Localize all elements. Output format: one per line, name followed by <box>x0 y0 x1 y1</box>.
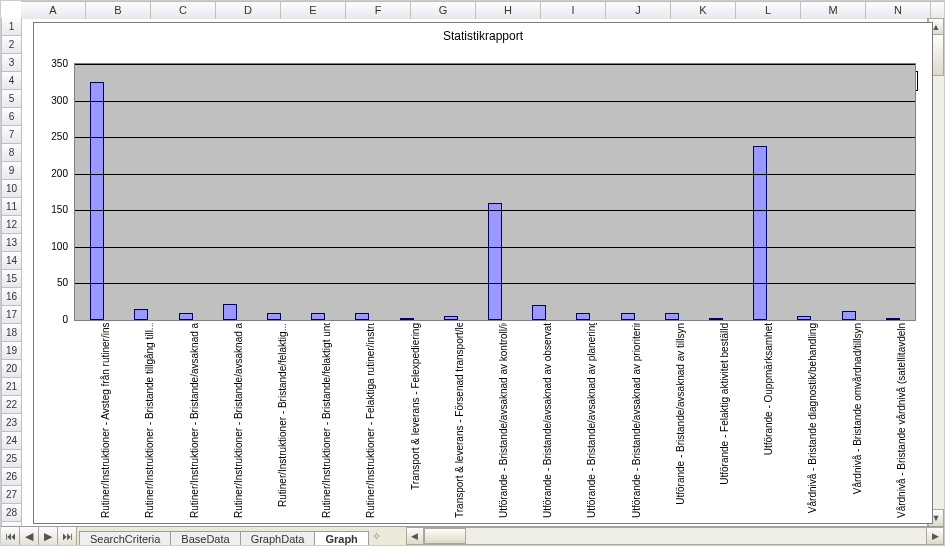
sheet-tab[interactable]: BaseData <box>170 531 240 545</box>
x-tick-label: Utförande - Felaktig aktivitet beställd <box>719 323 730 518</box>
y-tick-label: 300 <box>51 94 68 105</box>
row-header[interactable]: 14 <box>1 252 21 270</box>
column-header[interactable]: C <box>151 1 216 19</box>
row-header[interactable]: 9 <box>1 162 21 180</box>
y-tick-label: 50 <box>57 277 68 288</box>
row-header[interactable]: 24 <box>1 432 21 450</box>
y-tick-label: 0 <box>62 314 68 325</box>
row-header[interactable]: 7 <box>1 126 21 144</box>
column-header[interactable]: F <box>346 1 411 19</box>
row-header[interactable]: 1 <box>1 18 21 36</box>
y-tick-label: 250 <box>51 131 68 142</box>
tab-nav-prev[interactable]: ◀ <box>20 527 39 545</box>
column-header[interactable]: J <box>606 1 671 19</box>
x-tick-label: Rutiner/Instruktioner - Bristande/felakt… <box>277 323 288 518</box>
row-header[interactable]: 5 <box>1 90 21 108</box>
gridline <box>75 137 915 138</box>
x-tick-label: Vårdnivå - Bristande omvårdnad/tillsyn <box>852 323 863 518</box>
row-header-column: 1234567891011121314151617181920212223242… <box>1 18 22 527</box>
row-header[interactable]: 12 <box>1 216 21 234</box>
row-header[interactable]: 2 <box>1 36 21 54</box>
bar-series <box>75 64 915 320</box>
column-header[interactable]: E <box>281 1 346 19</box>
gridline <box>75 64 915 65</box>
row-header[interactable]: 19 <box>1 342 21 360</box>
column-header[interactable]: M <box>801 1 866 19</box>
row-header[interactable]: 3 <box>1 54 21 72</box>
sheet-tab[interactable]: Graph <box>314 531 368 545</box>
x-tick-label: Utförande - Bristande/avsaknad av priori… <box>631 323 642 518</box>
x-tick-label: Transport & leverans - Felexpediering <box>410 323 421 518</box>
row-header[interactable]: 27 <box>1 486 21 504</box>
gridline <box>75 283 915 284</box>
row-header[interactable]: 11 <box>1 198 21 216</box>
column-header[interactable]: D <box>216 1 281 19</box>
x-tick-label: Transport & leverans - Försenad transpor… <box>454 323 465 518</box>
bar <box>665 313 679 320</box>
column-header[interactable]: L <box>736 1 801 19</box>
column-header[interactable]: K <box>671 1 736 19</box>
plot-area <box>74 63 916 321</box>
bar <box>179 313 193 320</box>
row-header[interactable]: 6 <box>1 108 21 126</box>
row-header[interactable]: 13 <box>1 234 21 252</box>
horizontal-scroll-track[interactable] <box>424 527 926 545</box>
bar <box>576 313 590 320</box>
x-tick-label: Rutiner/Instruktioner - Bristande tillgå… <box>144 323 155 518</box>
row-header[interactable]: 17 <box>1 306 21 324</box>
bar <box>444 316 458 320</box>
x-tick-label: Rutiner/Instruktioner - Bristande/avsakn… <box>233 323 244 518</box>
x-axis-labels: Rutiner/Instruktioner - Avsteg från ruti… <box>74 323 914 518</box>
bar <box>797 316 811 320</box>
sheet-tab[interactable]: SearchCriteria <box>79 531 171 545</box>
row-header[interactable]: 26 <box>1 468 21 486</box>
gridline <box>75 247 915 248</box>
sheet-tabs: SearchCriteriaBaseDataGraphDataGraph <box>79 527 368 545</box>
scroll-right-button[interactable]: ▶ <box>926 527 944 545</box>
row-header[interactable]: 10 <box>1 180 21 198</box>
bar <box>267 313 281 320</box>
column-header[interactable]: B <box>86 1 151 19</box>
bar <box>355 313 369 320</box>
embedded-chart[interactable]: Statistikrapport Antal registreringar 05… <box>33 22 933 524</box>
bar <box>842 311 856 320</box>
row-header[interactable]: 4 <box>1 72 21 90</box>
row-header[interactable]: 23 <box>1 414 21 432</box>
tab-nav-next[interactable]: ▶ <box>39 527 58 545</box>
row-header[interactable]: 25 <box>1 450 21 468</box>
spreadsheet-viewport: ABCDEFGHIJKLMNO 123456789101112131415161… <box>0 0 945 546</box>
row-header[interactable]: 8 <box>1 144 21 162</box>
column-header[interactable]: O <box>931 1 945 19</box>
bar <box>532 305 546 320</box>
row-header[interactable]: 16 <box>1 288 21 306</box>
horizontal-scroll-thumb[interactable] <box>424 528 466 544</box>
column-header[interactable]: N <box>866 1 931 19</box>
row-header[interactable]: 28 <box>1 504 21 522</box>
column-header[interactable]: A <box>21 1 86 19</box>
bar <box>311 313 325 320</box>
row-header[interactable]: 15 <box>1 270 21 288</box>
scroll-left-button[interactable]: ◀ <box>406 527 424 545</box>
x-tick-label: Utförande - Ouppmärksamhet <box>763 323 774 518</box>
x-tick-label: Rutiner/Instruktioner - Felaktiga rutine… <box>365 323 376 518</box>
column-header[interactable]: G <box>411 1 476 19</box>
column-header[interactable]: H <box>476 1 541 19</box>
row-header[interactable]: 22 <box>1 396 21 414</box>
bar <box>488 203 502 320</box>
row-header[interactable]: 18 <box>1 324 21 342</box>
row-header[interactable]: 21 <box>1 378 21 396</box>
row-header[interactable]: 20 <box>1 360 21 378</box>
tab-nav-first[interactable]: ⏮ <box>1 527 20 545</box>
new-sheet-button[interactable]: ✧ <box>368 527 386 545</box>
tab-nav-buttons: ⏮ ◀ ▶ ⏭ <box>1 527 77 545</box>
y-tick-label: 200 <box>51 167 68 178</box>
y-axis-labels: 050100150200250300350 <box>40 63 70 319</box>
column-header[interactable]: I <box>541 1 606 19</box>
horizontal-scrollbar[interactable]: ◀ ▶ <box>406 527 944 545</box>
tab-nav-last[interactable]: ⏭ <box>58 527 77 545</box>
y-tick-label: 100 <box>51 240 68 251</box>
gridline <box>75 210 915 211</box>
x-tick-label: Utförande - Bristande/avsaknad av kontro… <box>498 323 509 518</box>
x-tick-label: Vårdnivå - Bristande diagnostik/behandli… <box>807 323 818 518</box>
sheet-tab[interactable]: GraphData <box>240 531 316 545</box>
